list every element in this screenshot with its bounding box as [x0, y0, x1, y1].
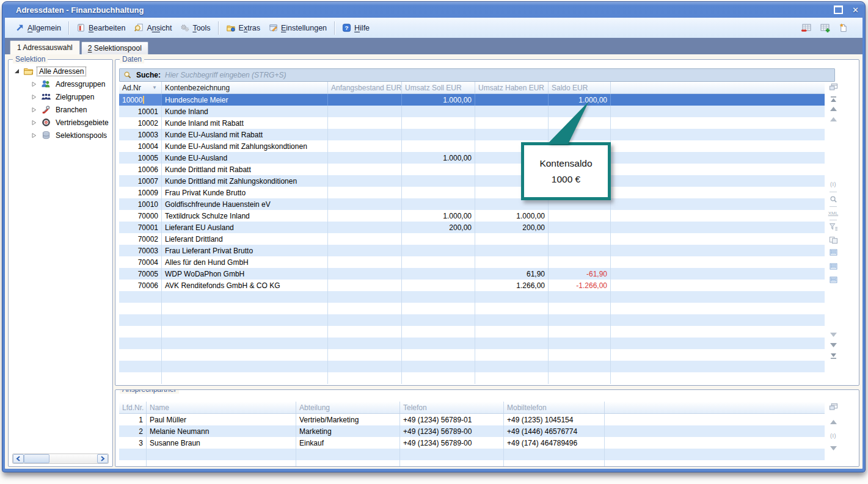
cell-anfangsbestand[interactable] — [328, 222, 402, 233]
cell-haben[interactable] — [475, 338, 549, 349]
cell-anfangsbestand[interactable] — [328, 175, 402, 187]
restore-icon[interactable] — [834, 5, 843, 14]
cell-adnr[interactable] — [119, 326, 162, 338]
tab-selektionspool[interactable]: 2 Selektionspool — [81, 42, 148, 54]
cell-soll[interactable] — [402, 268, 475, 280]
column-header-telefon[interactable]: Telefon — [400, 402, 504, 413]
layout-rows2-icon[interactable] — [828, 263, 839, 270]
cell-saldo[interactable] — [549, 372, 611, 384]
toolbar-item-allgemein[interactable]: Allgemein — [11, 21, 65, 34]
cell-name[interactable] — [162, 291, 328, 303]
row-down-icon[interactable] — [828, 333, 839, 337]
cell-name[interactable]: Alles für den Hund GmbH — [162, 256, 328, 268]
cell-name[interactable] — [162, 338, 328, 349]
cell-adnr[interactable]: 10003 — [119, 129, 162, 140]
cell-name[interactable] — [162, 303, 328, 314]
cell-nr[interactable] — [119, 460, 147, 467]
cell-adnr[interactable]: 70005 — [119, 268, 162, 280]
toolbar-item-tools[interactable]: Tools — [176, 21, 214, 34]
cell-telefon[interactable] — [400, 449, 504, 460]
scroll-bottom-icon[interactable] — [828, 353, 839, 359]
cell-adnr[interactable]: 10009 — [119, 187, 162, 198]
cell-haben[interactable] — [475, 256, 549, 268]
tree-item-branchen[interactable]: Branchen — [10, 103, 111, 116]
column-header-abteilung[interactable]: Abteilung — [296, 402, 400, 413]
cell-anfangsbestand[interactable] — [328, 245, 402, 256]
cell-telefon[interactable]: +49 (1234) 56789-00 — [400, 425, 504, 437]
cell-anfangsbestand[interactable] — [328, 233, 402, 245]
cell-saldo[interactable] — [549, 291, 611, 303]
column-header-ad-nr[interactable]: Ad.Nr▼ — [119, 82, 162, 93]
cell-adnr[interactable] — [119, 361, 162, 372]
tree-horizontal-scrollbar[interactable] — [12, 453, 109, 464]
expander-closed-icon[interactable] — [31, 94, 37, 100]
cell-saldo[interactable] — [549, 361, 611, 372]
cell-adnr[interactable]: 70003 — [119, 245, 162, 256]
cell-adnr[interactable]: 70002 — [119, 233, 162, 245]
cell-soll[interactable] — [402, 291, 475, 303]
grid-search-icon[interactable] — [828, 195, 839, 203]
toolbar-item-extras[interactable]: Extras — [222, 21, 264, 34]
cell-saldo[interactable] — [549, 314, 611, 326]
cell-name[interactable]: AVK Renditefonds GmbH & CO KG — [162, 280, 328, 291]
cell-name[interactable]: Kunde Drittland mit Rabatt — [162, 164, 328, 175]
column-header-saldo-eur[interactable]: Saldo EUR — [549, 82, 611, 93]
scrollbar-thumb[interactable] — [24, 454, 49, 463]
cell-name[interactable] — [162, 314, 328, 326]
table-row-70004[interactable]: 70004Alles für den Hund GmbH — [119, 256, 825, 268]
cell-anfangsbestand[interactable] — [328, 210, 402, 222]
cell-nr[interactable]: 2 — [119, 425, 147, 437]
page-down-icon[interactable] — [828, 343, 839, 347]
scroll-left-icon[interactable] — [13, 454, 24, 463]
expander-closed-icon[interactable] — [31, 107, 37, 113]
cell-telefon[interactable] — [400, 460, 504, 467]
cell-haben[interactable] — [475, 349, 549, 361]
expander-closed-icon[interactable] — [31, 132, 37, 139]
cell-haben[interactable] — [475, 314, 549, 326]
scroll-top-icon[interactable] — [828, 96, 839, 102]
cell-saldo[interactable]: -61,90 — [549, 268, 611, 280]
cell-adnr[interactable]: 10001 — [119, 106, 162, 117]
cell-name[interactable] — [162, 361, 328, 372]
cell-soll[interactable] — [402, 106, 475, 117]
column-header-kontenbezeichnung[interactable]: Kontenbezeichnung — [162, 82, 328, 93]
cell-saldo[interactable] — [549, 338, 611, 349]
cell-name[interactable]: Lieferant Drittland — [162, 233, 328, 245]
cell-anfangsbestand[interactable] — [328, 117, 402, 129]
column-chooser-icon[interactable] — [828, 83, 839, 91]
cell-anfangsbestand[interactable] — [328, 326, 402, 338]
cell-name[interactable]: Kunde EU-Ausland mit Rabatt — [162, 129, 328, 140]
cell-soll[interactable] — [402, 314, 475, 326]
table-row-10010[interactable]: 10010Goldfischfreunde Hauenstein eV — [119, 198, 825, 210]
cell-soll[interactable] — [402, 349, 475, 361]
table-row-empty[interactable] — [119, 326, 825, 338]
cell-anfangsbestand[interactable] — [328, 314, 402, 326]
cell-nr[interactable] — [119, 449, 147, 460]
cell-anfangsbestand[interactable] — [328, 187, 402, 198]
cell-haben[interactable] — [475, 233, 549, 245]
table-row-70002[interactable]: 70002Lieferant Drittland — [119, 233, 825, 245]
cell-soll[interactable] — [402, 245, 475, 256]
cell-soll[interactable] — [402, 361, 475, 372]
cell-soll[interactable] — [402, 117, 475, 129]
cell-anfangsbestand[interactable] — [328, 94, 402, 106]
table-row-70003[interactable]: 70003Frau Lieferant Privat Brutto — [119, 245, 825, 256]
cell-name[interactable]: Kunde EU-Ausland — [162, 152, 328, 164]
contact-row-2[interactable]: 2Melanie NeumannMarketing+49 (1234) 5678… — [119, 425, 825, 437]
cell-soll[interactable] — [402, 175, 475, 187]
cell-haben[interactable] — [475, 303, 549, 314]
table-row-empty[interactable] — [119, 314, 825, 326]
column-header-anfangsbestand-eur[interactable]: Anfangsbestand EUR — [328, 82, 402, 93]
cell-abteilung[interactable]: Einkauf — [296, 437, 400, 449]
cell-adnr[interactable]: 70004 — [119, 256, 162, 268]
table-row-10003[interactable]: 10003Kunde EU-Ausland mit Rabatt — [119, 129, 825, 140]
cell-telefon[interactable]: +49 (1234) 56789-00 — [400, 437, 504, 449]
cell-soll[interactable] — [402, 372, 475, 384]
cell-haben[interactable] — [475, 291, 549, 303]
tree-item-vertriebsgebiete[interactable]: Vertriebsgebiete — [10, 116, 111, 129]
cell-soll[interactable] — [402, 198, 475, 210]
toolbar-item-ansicht[interactable]: Ansicht — [129, 21, 176, 34]
cell-nr[interactable]: 3 — [119, 437, 147, 449]
toolbar-item-einstellungen[interactable]: Einstellungen — [264, 21, 331, 34]
cell-anfangsbestand[interactable] — [328, 361, 402, 372]
